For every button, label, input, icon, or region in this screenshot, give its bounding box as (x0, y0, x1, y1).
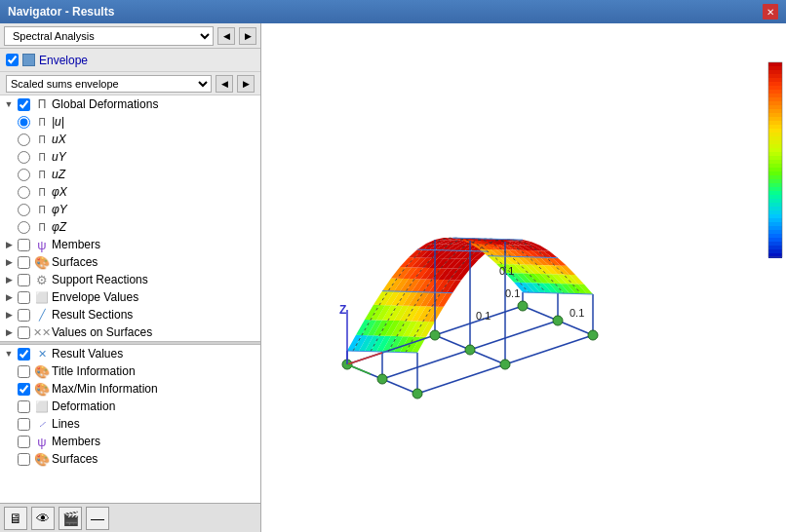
prev-scaled-button[interactable]: ◀ (216, 75, 233, 93)
members-checkbox[interactable] (18, 239, 30, 251)
result-sections-item[interactable]: ▶ ╱ Result Sections (0, 306, 260, 323)
members-label: Members (52, 238, 100, 251)
members-item[interactable]: ▶ ψ Members (0, 236, 260, 253)
content-area: Spectral Analysis ◀ ▶ Envelope Scaled su… (0, 23, 786, 532)
prev-analysis-button[interactable]: ◀ (217, 27, 235, 45)
result-values-label: Result Values (52, 347, 123, 361)
deform-ux-label: uX (52, 133, 66, 146)
expand-surfaces[interactable]: ▶ (2, 255, 16, 269)
support-reactions-label: Support Reactions (52, 273, 148, 286)
deform-phix-label: φX (52, 185, 67, 199)
deformation-result-item[interactable]: ⬜ Deformation (0, 398, 260, 415)
envelope-checkbox[interactable] (6, 54, 19, 66)
expand-values-on-surfaces[interactable]: ▶ (2, 325, 16, 339)
deform-uy-item[interactable]: Π uY (0, 148, 260, 166)
deform-uz-icon: Π (34, 167, 50, 182)
expand-support-reactions[interactable]: ▶ (2, 273, 16, 286)
deformation-result-label: Deformation (52, 399, 115, 413)
window-title: Navigator - Results (8, 5, 114, 19)
spectral-analysis-dropdown[interactable]: Spectral Analysis (4, 26, 214, 46)
deform-phiz-radio[interactable] (18, 221, 30, 234)
result-values-checkbox[interactable] (18, 348, 30, 361)
values-on-surfaces-label: Values on Surfaces (52, 325, 152, 339)
scaled-sums-bar: Scaled sums envelope ◀ ▶ (0, 72, 260, 95)
display-button[interactable]: 🖥 (4, 507, 27, 530)
deform-ux-item[interactable]: Π uX (0, 131, 260, 148)
members-icon: ψ (34, 237, 50, 252)
expand-envelope-values[interactable]: ▶ (2, 290, 16, 304)
global-deformations-label: Global Deformations (52, 97, 158, 111)
close-button[interactable]: ✕ (763, 4, 778, 19)
scaled-sums-dropdown[interactable]: Scaled sums envelope (6, 75, 212, 93)
deform-uz-radio[interactable] (18, 169, 30, 181)
result-sections-icon: ╱ (34, 307, 50, 323)
deform-u-abs-icon: Π (34, 114, 50, 130)
deform-phiy-item[interactable]: Π φY (0, 201, 260, 218)
deform-uy-radio[interactable] (18, 151, 30, 164)
spectral-analysis-bar: Spectral Analysis ◀ ▶ (0, 23, 260, 49)
members-result-item[interactable]: ψ Members (0, 433, 260, 450)
deformation-result-icon: ⬜ (34, 399, 50, 414)
deform-u-abs-radio[interactable] (18, 116, 30, 129)
deform-ux-radio[interactable] (18, 133, 30, 146)
maxmin-information-checkbox[interactable] (18, 383, 30, 396)
surfaces-checkbox[interactable] (18, 256, 30, 269)
expand-result-values[interactable]: ▼ (2, 347, 16, 361)
deform-phiz-item[interactable]: Π φZ (0, 218, 260, 236)
surfaces-item[interactable]: ▶ 🎨 Surfaces (0, 253, 260, 271)
surfaces-result-label: Surfaces (52, 452, 98, 466)
support-reactions-checkbox[interactable] (18, 274, 30, 286)
title-information-label: Title Information (52, 364, 136, 378)
lines-result-item[interactable]: ⟋ Lines (0, 415, 260, 433)
result-values-item[interactable]: ▼ ✕ Result Values (0, 345, 260, 362)
envelope-values-item[interactable]: ▶ ⬜ Envelope Values (0, 288, 260, 306)
title-information-checkbox[interactable] (18, 365, 30, 378)
next-analysis-button[interactable]: ▶ (239, 27, 256, 45)
surfaces-result-checkbox[interactable] (18, 453, 30, 466)
deform-phix-icon: Π (34, 184, 50, 200)
maxmin-information-label: Max/Min Information (52, 382, 158, 396)
values-on-surfaces-icon: ✕✕ (34, 324, 50, 340)
envelope-values-label: Envelope Values (52, 290, 138, 304)
values-on-surfaces-item[interactable]: ▶ ✕✕ Values on Surfaces (0, 323, 260, 341)
expand-result-sections[interactable]: ▶ (2, 308, 16, 322)
result-sections-checkbox[interactable] (18, 309, 30, 322)
members-result-checkbox[interactable] (18, 436, 30, 448)
surfaces-result-item[interactable]: 🎨 Surfaces (0, 450, 260, 468)
deform-phix-radio[interactable] (18, 186, 30, 199)
bottom-toolbar: 🖥 👁 🎬 — (0, 503, 260, 532)
expand-members[interactable]: ▶ (2, 238, 16, 251)
envelope-values-checkbox[interactable] (18, 291, 30, 304)
expand-global-deformations[interactable]: ▼ (2, 97, 16, 111)
animation-button[interactable]: 🎬 (59, 507, 82, 530)
deformation-result-checkbox[interactable] (18, 400, 30, 413)
global-deformations-checkbox[interactable] (18, 98, 30, 111)
title-information-item[interactable]: 🎨 Title Information (0, 362, 260, 380)
values-on-surfaces-checkbox[interactable] (18, 326, 30, 339)
surfaces-icon: 🎨 (34, 254, 50, 270)
3d-viewport (261, 23, 786, 532)
members-result-icon: ψ (34, 434, 50, 449)
deform-uy-icon: Π (34, 149, 50, 165)
view-button[interactable]: 👁 (31, 507, 55, 530)
support-reactions-item[interactable]: ▶ ⚙ Support Reactions (0, 271, 260, 288)
global-deformations-item[interactable]: ▼ Π Global Deformations (0, 95, 260, 113)
main-window: Navigator - Results ✕ Spectral Analysis … (0, 0, 786, 532)
tree-area: ▼ Π Global Deformations Π |u| Π (0, 95, 260, 503)
minus-button[interactable]: — (86, 507, 109, 530)
result-values-icon: ✕ (34, 346, 50, 361)
deform-uz-item[interactable]: Π uZ (0, 166, 260, 183)
deform-phiy-radio[interactable] (18, 204, 30, 216)
maxmin-information-icon: 🎨 (34, 381, 50, 397)
support-reactions-icon: ⚙ (34, 272, 50, 287)
maxmin-information-item[interactable]: 🎨 Max/Min Information (0, 380, 260, 398)
title-bar: Navigator - Results ✕ (0, 0, 786, 23)
deform-phiy-icon: Π (34, 202, 50, 217)
left-panel: Spectral Analysis ◀ ▶ Envelope Scaled su… (0, 23, 261, 532)
deform-u-abs-item[interactable]: Π |u| (0, 113, 260, 131)
viewport-canvas (261, 23, 786, 532)
lines-result-checkbox[interactable] (18, 418, 30, 431)
next-scaled-button[interactable]: ▶ (237, 75, 255, 93)
deform-phix-item[interactable]: Π φX (0, 183, 260, 201)
envelope-label: Envelope (39, 54, 88, 67)
